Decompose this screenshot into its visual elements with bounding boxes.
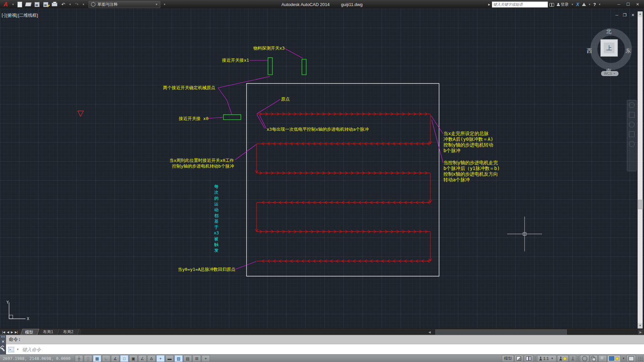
workspace-switch-button[interactable] bbox=[580, 355, 589, 362]
showmotion-icon[interactable] bbox=[629, 141, 635, 147]
annotation-scale-button[interactable]: 1:1 ▼ bbox=[537, 355, 556, 362]
first-tab-button[interactable]: |◀ bbox=[2, 330, 5, 334]
wrench-icon[interactable] bbox=[1, 347, 5, 352]
annotation-visibility-button[interactable] bbox=[557, 355, 569, 362]
zoom-icon[interactable] bbox=[629, 122, 635, 127]
viewcube-west[interactable]: 西 bbox=[587, 48, 592, 55]
exchange-apps-button[interactable]: X bbox=[576, 2, 579, 7]
search-input[interactable] bbox=[492, 1, 548, 8]
help-button[interactable]: ? bbox=[593, 2, 596, 7]
save-button[interactable] bbox=[33, 1, 41, 8]
layout-tab-bar: |◀ ◀ ▶ ▶| 模型布局1布局2 ◀ ▶ bbox=[0, 328, 644, 335]
viewcube-north[interactable]: 北 bbox=[606, 28, 611, 35]
recent-commands-caret[interactable]: ▼ bbox=[16, 348, 19, 351]
autodesk360-dropdown-caret[interactable]: ▼ bbox=[588, 3, 591, 6]
sign-in-button[interactable]: 登录 bbox=[557, 2, 569, 7]
help-dropdown-caret[interactable]: ▼ bbox=[598, 3, 601, 6]
autocad-logo-button[interactable]: A bbox=[1, 0, 11, 8]
last-tab-button[interactable]: ▶| bbox=[15, 330, 18, 334]
drawing-canvas[interactable]: [-] [俯视] [二维线框] ─ ❐ ✕ 北 南 西 东 上 WCS▼ bbox=[0, 9, 644, 328]
layout-button[interactable] bbox=[515, 355, 523, 362]
sign-in-dropdown-caret[interactable]: ▼ bbox=[571, 3, 574, 6]
qat-overflow-button[interactable]: ▼ bbox=[161, 1, 169, 8]
tab-layout1[interactable]: 布局1 bbox=[39, 329, 59, 335]
orbit-icon[interactable] bbox=[629, 131, 635, 137]
plot-button[interactable] bbox=[51, 1, 59, 8]
viewcube-east[interactable]: 东 bbox=[626, 48, 631, 55]
toggle-quick-properties[interactable]: ▤ bbox=[183, 355, 192, 362]
wcs-dropdown[interactable]: WCS▼ bbox=[601, 71, 619, 76]
viewcube-cube[interactable]: 上 bbox=[600, 39, 618, 57]
tab-layout2[interactable]: 布局2 bbox=[59, 329, 79, 335]
vertical-scrollbar[interactable]: ▲ ▼ bbox=[638, 11, 643, 328]
toolbar-lock-button[interactable] bbox=[590, 355, 598, 362]
scroll-up-arrow[interactable]: ▲ bbox=[638, 11, 643, 17]
viewport-view-control[interactable]: [俯视] bbox=[6, 12, 17, 18]
pan-icon[interactable] bbox=[629, 112, 635, 118]
toggle-snap-mode[interactable]: ░ bbox=[84, 355, 92, 362]
workspace-dropdown[interactable]: 草图与注释 ▼ bbox=[89, 1, 160, 8]
layout-tabs: 模型布局1布局2 bbox=[20, 329, 78, 335]
toggle-dynamic-ucs[interactable]: ∆ bbox=[147, 355, 156, 362]
toggle-show-transparency[interactable]: ▨ bbox=[174, 355, 183, 362]
open-file-button[interactable] bbox=[24, 1, 33, 8]
toggle-ortho-mode[interactable]: ∟ bbox=[102, 355, 110, 362]
drawing-minimize-button[interactable]: ─ bbox=[615, 13, 619, 17]
isolate-objects-button[interactable] bbox=[598, 355, 607, 362]
toggle-annotation-monitor[interactable]: + bbox=[202, 355, 210, 362]
toggle-show-lineweight[interactable]: ▬ bbox=[165, 355, 174, 362]
scroll-left-arrow[interactable]: ◀ bbox=[427, 329, 432, 335]
viewcube[interactable]: 北 南 西 东 上 WCS▼ bbox=[588, 24, 635, 91]
command-body: 命令: >_ ▼ bbox=[6, 335, 644, 355]
toggle-object-snap-tracking[interactable]: ∠ bbox=[138, 355, 147, 362]
app-maximize-button[interactable]: ☐ bbox=[626, 2, 630, 7]
next-tab-button[interactable]: ▶ bbox=[11, 330, 13, 334]
search-expand-arrow[interactable]: ▸ bbox=[488, 2, 490, 7]
drag-handle[interactable] bbox=[1, 336, 5, 338]
prev-tab-button[interactable]: ◀ bbox=[7, 330, 9, 334]
scroll-down-arrow[interactable]: ▼ bbox=[638, 323, 643, 328]
toggle-polar-tracking[interactable]: ∡ bbox=[111, 355, 119, 362]
drawing-restore-button[interactable]: ❐ bbox=[623, 13, 627, 17]
command-input[interactable] bbox=[21, 347, 644, 353]
command-close-icon[interactable]: ✕ bbox=[1, 340, 4, 344]
toggle-infer-constraints[interactable]: ┼ bbox=[75, 355, 83, 362]
clean-screen-icon bbox=[629, 356, 634, 361]
logo-dropdown-caret[interactable]: ▼ bbox=[12, 3, 14, 6]
toggle-dynamic-input[interactable]: + bbox=[156, 355, 165, 362]
toggle-selection-cycling[interactable]: ⊞ bbox=[193, 355, 201, 362]
viewport-minimize-control[interactable]: [-] bbox=[2, 12, 6, 18]
tab-model[interactable]: 模型 bbox=[20, 329, 39, 335]
save-as-button[interactable] bbox=[42, 1, 50, 8]
drawing-close-button[interactable]: ✕ bbox=[631, 13, 635, 17]
toggle-3d-object-snap[interactable]: ▣ bbox=[129, 355, 138, 362]
autocad-window: A ▼ ↶ ▼ ↷ ▼ 草图与注释 ▼ ▼ Autodesk AutoCAD 2… bbox=[0, 0, 644, 362]
redo-button[interactable]: ↷ bbox=[73, 1, 81, 8]
viewport-style-control[interactable]: [二维线框] bbox=[18, 12, 38, 18]
search-icon[interactable] bbox=[549, 3, 554, 6]
navigation-bar[interactable] bbox=[627, 100, 637, 171]
vertical-scrollbar-thumb[interactable] bbox=[638, 200, 643, 209]
clean-screen-button[interactable] bbox=[627, 355, 636, 362]
tray-lightbulb-icon[interactable] bbox=[615, 357, 619, 360]
viewcube-top-face[interactable]: 上 bbox=[604, 43, 614, 53]
tray-drawing-icon[interactable] bbox=[609, 356, 614, 361]
horizontal-scrollbar-thumb[interactable] bbox=[435, 329, 567, 335]
annotation-scale-value: 1:1 bbox=[543, 356, 549, 361]
model-space-button[interactable]: 模型 bbox=[502, 355, 514, 362]
toggle-object-snap[interactable]: □ bbox=[120, 355, 128, 362]
toggle-grid-display[interactable]: ▦ bbox=[93, 355, 101, 362]
undo-button[interactable]: ↶ bbox=[59, 1, 67, 8]
autodesk360-button[interactable] bbox=[582, 3, 586, 6]
horizontal-scrollbar[interactable]: ◀ ▶ bbox=[81, 329, 643, 335]
scroll-right-arrow[interactable]: ▶ bbox=[638, 329, 643, 335]
app-minimize-button[interactable]: ─ bbox=[618, 2, 621, 7]
undo-dropdown-caret[interactable]: ▼ bbox=[69, 3, 71, 6]
annotation-auto-scale-button[interactable] bbox=[569, 355, 576, 362]
app-close-button[interactable]: ✕ bbox=[636, 2, 639, 7]
steering-wheel-icon[interactable] bbox=[629, 102, 635, 108]
tray-dropdown-caret[interactable]: ▼ bbox=[622, 357, 625, 360]
quick-view-layouts-button[interactable] bbox=[524, 355, 533, 362]
new-file-button[interactable] bbox=[16, 1, 24, 8]
redo-dropdown-caret[interactable]: ▼ bbox=[82, 3, 85, 6]
